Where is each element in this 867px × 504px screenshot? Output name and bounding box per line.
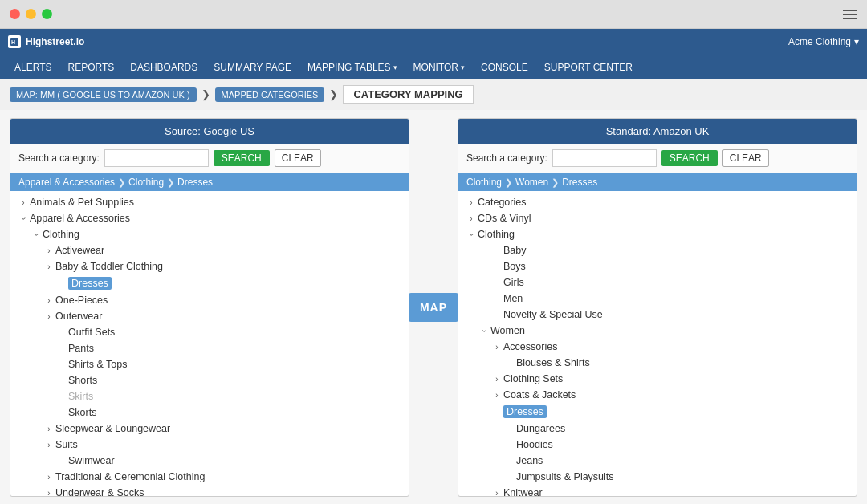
standard-tree-item-clothing-sets[interactable]: › Clothing Sets [458,371,857,387]
source-label-baby-clothing: Baby & Toddler Clothing [55,261,163,272]
nav-summary-page[interactable]: SUMMARY PAGE [207,59,298,76]
breadcrumb-current: CATEGORY MAPPING [343,85,473,104]
source-tree-item-apparel[interactable]: › Apparel & Accessories [10,210,409,226]
source-tree-item-shorts[interactable]: Shorts [10,372,409,388]
nav-menu: ALERTS REPORTS DASHBOARDS SUMMARY PAGE M… [0,55,867,79]
standard-label-accessories: Accessories [503,341,557,352]
source-clear-button[interactable]: CLEAR [275,149,321,167]
standard-tree-item-accessories[interactable]: › Accessories [458,339,857,355]
topbar: H Highstreet.io Acme Clothing ▾ [0,29,867,55]
nav-support[interactable]: SUPPORT CENTER [538,59,639,76]
standard-search-input[interactable] [552,149,657,167]
standard-breadcrumb-2[interactable]: Women [515,177,548,188]
source-breadcrumb-3[interactable]: Dresses [177,177,213,188]
standard-tree-item-dungarees[interactable]: Dungarees [458,421,857,437]
source-tree-item-underwear[interactable]: › Underwear & Socks [10,485,409,496]
nav-dashboards[interactable]: DASHBOARDS [124,59,204,76]
standard-tree-item-knitwear[interactable]: › Knitwear [458,485,857,496]
source-tree-item-skirts[interactable]: Skirts [10,388,409,404]
standard-tree-item-jumpsuits[interactable]: Jumpsuits & Playsuits [458,469,857,485]
nav-alerts[interactable]: ALERTS [8,59,58,76]
source-breadcrumb-2[interactable]: Clothing [128,177,164,188]
minimize-button[interactable] [26,9,36,19]
maximize-button[interactable] [42,9,52,19]
source-tree-item-dresses[interactable]: Dresses [10,274,409,292]
standard-tree-item-clothing[interactable]: › Clothing [458,226,857,242]
source-tree-item-one-pieces[interactable]: › One-Pieces [10,292,409,308]
breadcrumb-chip-1[interactable]: MAP: MM ( GOOGLE US TO AMAZON UK ) [10,87,197,102]
hamburger-menu[interactable] [843,10,857,19]
source-breadcrumb-1[interactable]: Apparel & Accessories [18,177,115,188]
standard-tree-item-cds[interactable]: › CDs & Vinyl [458,210,857,226]
standard-tree: › Categories › CDs & Vinyl › Clothing Ba… [458,191,857,496]
close-button[interactable] [10,9,20,19]
source-tree-item-skorts[interactable]: Skorts [10,404,409,421]
standard-tree-item-boys[interactable]: Boys [458,258,857,274]
standard-label-men: Men [503,293,523,304]
standard-tree-item-hoodies[interactable]: Hoodies [458,437,857,453]
source-label-skorts: Skorts [68,407,96,418]
source-tree-item-outfit-sets[interactable]: Outfit Sets [10,324,409,340]
source-tree-item-sleepwear[interactable]: › Sleepwear & Loungewear [10,421,409,437]
standard-breadcrumb-1[interactable]: Clothing [466,177,502,188]
source-tree-item-shirts-tops[interactable]: Shirts & Tops [10,356,409,372]
standard-breadcrumb-sep-2: ❯ [552,177,559,188]
standard-tree-item-baby[interactable]: Baby [458,242,857,258]
source-arrow-outerwear: › [43,312,55,321]
source-search-input[interactable] [104,149,209,167]
source-label-underwear: Underwear & Socks [55,487,144,496]
source-breadcrumb-sep-2: ❯ [167,177,174,188]
source-tree-item-clothing[interactable]: › Clothing [10,226,409,242]
standard-tree-item-categories[interactable]: › Categories [458,194,857,210]
standard-tree-item-girls[interactable]: Girls [458,274,857,291]
nav-console[interactable]: CONSOLE [474,59,535,76]
nav-mapping-tables-label: MAPPING TABLES [307,62,391,73]
source-arrow-suits: › [43,441,55,449]
source-label-traditional: Traditional & Ceremonial Clothing [55,471,205,482]
standard-tree-item-novelty[interactable]: Novelty & Special Use [458,307,857,323]
standard-label-hoodies: Hoodies [516,439,553,450]
nav-monitor-arrow: ▾ [461,63,465,71]
source-label-pants: Pants [68,343,94,354]
source-tree-item-outerwear[interactable]: › Outerwear [10,308,409,324]
standard-label-coats: Coats & Jackets [503,389,576,400]
standard-label-clothing-sets: Clothing Sets [503,373,563,384]
standard-panel-breadcrumb: Clothing ❯ Women ❯ Dresses [458,173,857,191]
source-tree-item-activewear[interactable]: › Activewear [10,242,409,258]
nav-mapping-tables[interactable]: MAPPING TABLES ▾ [301,59,404,76]
source-tree-item-animals[interactable]: › Animals & Pet Supplies [10,194,409,210]
standard-clear-button[interactable]: CLEAR [722,149,769,167]
breadcrumb-chip-2[interactable]: MAPPED CATEGORIES [215,87,325,102]
standard-breadcrumb-3[interactable]: Dresses [562,177,597,188]
source-tree-item-traditional[interactable]: › Traditional & Ceremonial Clothing [10,469,409,485]
source-tree-item-pants[interactable]: Pants [10,340,409,356]
source-search-button[interactable]: SEARCH [214,150,270,166]
source-label-shorts: Shorts [68,375,97,386]
source-arrow-traditional: › [43,473,55,482]
source-tree-item-swimwear[interactable]: Swimwear [10,453,409,469]
source-search-label: Search a category: [18,152,100,164]
nav-reports[interactable]: REPORTS [61,59,120,76]
nav-monitor-label: MONITOR [413,62,458,73]
standard-tree-item-women[interactable]: › Women [458,323,857,339]
standard-label-dungarees: Dungarees [516,423,565,434]
map-button[interactable]: MAP [409,293,458,322]
standard-tree-item-jeans[interactable]: Jeans [458,453,857,469]
source-label-apparel: Apparel & Accessories [30,213,130,224]
source-tree-item-suits[interactable]: › Suits [10,437,409,453]
source-label-skirts: Skirts [68,391,93,402]
standard-arrow-knitwear: › [490,489,503,497]
standard-tree-item-men[interactable]: Men [458,291,857,307]
source-label-clothing: Clothing [43,229,79,240]
account-menu[interactable]: Acme Clothing ▾ [788,36,859,47]
standard-tree-item-dresses[interactable]: Dresses [458,403,857,421]
window-buttons [10,9,52,19]
standard-tree-item-coats[interactable]: › Coats & Jackets [458,387,857,403]
source-tree-item-baby-clothing[interactable]: › Baby & Toddler Clothing [10,258,409,274]
svg-text:H: H [11,39,15,45]
standard-label-women: Women [490,325,525,336]
standard-panel-header: Standard: Amazon UK [458,119,857,144]
nav-monitor[interactable]: MONITOR ▾ [407,59,471,76]
standard-tree-item-blouses[interactable]: Blouses & Shirts [458,355,857,371]
standard-search-button[interactable]: SEARCH [661,150,718,166]
